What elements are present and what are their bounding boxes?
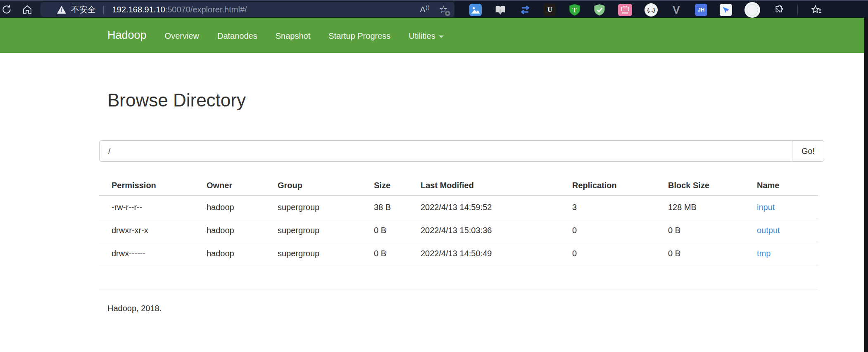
- extensions-puzzle-icon[interactable]: [773, 4, 785, 16]
- directory-listing-table: Permission Owner Group Size Last Modifie…: [99, 177, 818, 265]
- browser-toolbar: 不安全 | 192.168.91.10:50070/explorer.html#…: [0, 0, 868, 18]
- cell-group: supergroup: [278, 242, 374, 265]
- cell-group: supergroup: [278, 219, 374, 242]
- cell-permission: drwxr-xr-x: [99, 219, 207, 242]
- table-row: drwxr-xr-x hadoop supergroup 0 B 2022/4/…: [99, 219, 818, 242]
- page-title: Browse Directory: [107, 90, 246, 111]
- file-link-input[interactable]: input: [757, 203, 775, 212]
- cell-size: 0 B: [374, 242, 421, 265]
- url-host: 192.168.91.10: [112, 5, 165, 14]
- table-header-row: Permission Owner Group Size Last Modifie…: [99, 177, 818, 196]
- screen: 不安全 | 192.168.91.10:50070/explorer.html#…: [0, 0, 868, 352]
- footer-text: Hadoop, 2018.: [107, 304, 162, 313]
- bilibili-extension-icon[interactable]: bilibili: [618, 4, 632, 16]
- nav-item-datanodes[interactable]: Datanodes: [217, 31, 257, 41]
- cell-permission: drwx------: [99, 242, 207, 265]
- col-permission: Permission: [99, 177, 207, 196]
- manual-download-extension-icon[interactable]: [494, 4, 507, 16]
- hadoop-navbar: Hadoop Overview Datanodes Snapshot Start…: [0, 18, 868, 53]
- security-warning-label[interactable]: 不安全: [71, 4, 96, 15]
- footer-divider: [99, 289, 818, 289]
- page-scrollbar[interactable]: [864, 18, 868, 352]
- address-bar[interactable]: 不安全 | 192.168.91.10:50070/explorer.html#…: [40, 2, 454, 17]
- directory-path-input[interactable]: [99, 140, 792, 162]
- nav-item-overview[interactable]: Overview: [165, 31, 199, 41]
- url-text[interactable]: 192.168.91.10:50070/explorer.html#/: [112, 5, 247, 14]
- cell-replication: 0: [572, 242, 668, 265]
- path-input-group: Go!: [99, 140, 824, 162]
- dir-link-tmp[interactable]: tmp: [757, 249, 770, 258]
- col-owner: Owner: [207, 177, 278, 196]
- col-group: Group: [278, 177, 374, 196]
- photos-extension-icon[interactable]: [469, 4, 482, 16]
- cell-last-modified: 2022/4/13 14:50:49: [421, 242, 572, 265]
- tampermonkey-shield-icon[interactable]: T: [568, 4, 581, 16]
- cell-last-modified: 2022/4/13 15:03:36: [421, 219, 572, 242]
- braces-extension-icon[interactable]: {...}: [644, 3, 658, 17]
- jh-extension-icon[interactable]: JH: [695, 4, 707, 16]
- home-icon[interactable]: [20, 2, 35, 17]
- nav-item-snapshot[interactable]: Snapshot: [276, 31, 311, 41]
- profile-avatar[interactable]: [744, 2, 760, 18]
- table-row: -rw-r--r-- hadoop supergroup 38 B 2022/4…: [99, 196, 818, 219]
- url-path: :50070/explorer.html#/: [165, 5, 247, 14]
- toolbar-divider: [797, 5, 798, 15]
- col-last-modified: Last Modified: [421, 177, 572, 196]
- thunder-bird-extension-icon[interactable]: [720, 4, 732, 16]
- svg-text:T: T: [573, 6, 577, 14]
- cell-size: 0 B: [374, 219, 421, 242]
- cell-replication: 3: [572, 196, 668, 219]
- adguard-shield-check-icon[interactable]: [593, 4, 606, 16]
- cell-owner: hadoop: [207, 219, 278, 242]
- vue-devtools-icon[interactable]: V: [670, 4, 683, 16]
- u-extension-icon[interactable]: U: [544, 4, 556, 16]
- extensions-strip: U T bilibili {...} V JH: [454, 1, 868, 19]
- cell-owner: hadoop: [207, 242, 278, 265]
- dir-link-output[interactable]: output: [757, 226, 780, 235]
- go-button[interactable]: Go!: [792, 140, 824, 162]
- favorites-bar-icon[interactable]: [810, 4, 823, 16]
- sync-loop-extension-icon[interactable]: [519, 4, 531, 16]
- col-size: Size: [374, 177, 421, 196]
- cell-block-size: 0 B: [668, 242, 757, 265]
- table-row: drwx------ hadoop supergroup 0 B 2022/4/…: [99, 242, 818, 265]
- cell-block-size: 128 MB: [668, 196, 757, 219]
- cell-last-modified: 2022/4/13 14:59:52: [421, 196, 572, 219]
- security-warning-icon[interactable]: [57, 6, 66, 14]
- col-name: Name: [757, 177, 818, 196]
- nav-item-utilities[interactable]: Utilities: [409, 31, 443, 41]
- cell-block-size: 0 B: [668, 219, 757, 242]
- chevron-down-icon: [439, 35, 444, 38]
- cell-group: supergroup: [278, 196, 374, 219]
- cell-permission: -rw-r--r--: [99, 196, 207, 219]
- col-replication: Replication: [572, 177, 668, 196]
- cell-size: 38 B: [374, 196, 421, 219]
- address-separator: |: [102, 4, 105, 15]
- read-aloud-icon[interactable]: A)): [420, 5, 430, 14]
- navbar-brand[interactable]: Hadoop: [107, 29, 147, 42]
- col-block-size: Block Size: [668, 177, 757, 196]
- favorite-star-icon[interactable]: ☆+: [439, 5, 448, 14]
- cell-replication: 0: [572, 219, 668, 242]
- reload-icon[interactable]: [0, 2, 14, 17]
- nav-item-startup-progress[interactable]: Startup Progress: [328, 31, 390, 41]
- cell-owner: hadoop: [207, 196, 278, 219]
